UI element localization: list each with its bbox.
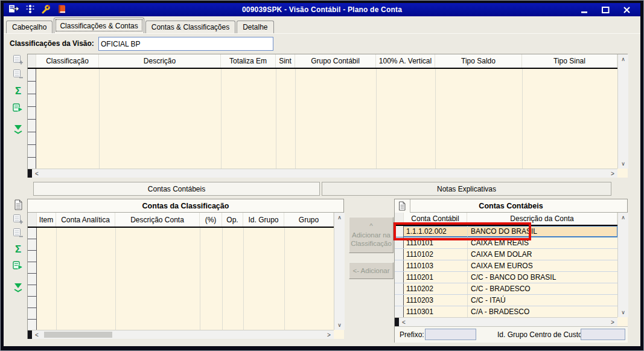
col-totaliza-em[interactable]: Totaliza Em: [221, 54, 276, 68]
tab-detalhe[interactable]: Detalhe: [237, 21, 273, 33]
table-row[interactable]: 1110103 CAIXA EM EUROS: [395, 260, 617, 272]
go-last-icon[interactable]: [12, 123, 24, 135]
column-divider: [99, 69, 100, 169]
row-selector[interactable]: [395, 295, 404, 306]
traffic-light-icon[interactable]: [25, 4, 35, 16]
scroll-left-icon[interactable]: <: [32, 330, 42, 339]
group-cost-center-input[interactable]: [581, 329, 625, 340]
add-row-icon[interactable]: [12, 54, 24, 66]
col-grupo-contabil[interactable]: Grupo Contábil: [295, 54, 376, 68]
minimize-button[interactable]: [581, 7, 588, 13]
scroll-up-icon[interactable]: ∧: [334, 213, 345, 222]
table-row-selected[interactable]: 1.1.1.02.002 BANCO DO BRASIL: [395, 226, 617, 237]
scroll-right-icon[interactable]: >: [324, 330, 334, 339]
row-selector[interactable]: [395, 306, 404, 317]
add-button[interactable]: <- Adicionar: [349, 262, 394, 279]
sum-icon[interactable]: Σ: [12, 85, 24, 97]
scroll-track[interactable]: [409, 318, 608, 326]
col-item[interactable]: Item: [37, 213, 56, 227]
tab-cabecalho[interactable]: Cabeçalho: [6, 21, 53, 33]
scroll-down-icon[interactable]: ∨: [618, 159, 628, 169]
horizontal-scrollbar[interactable]: < >: [28, 330, 334, 339]
scroll-left-icon[interactable]: <: [399, 318, 409, 326]
scroll-down-icon[interactable]: ∨: [618, 308, 628, 317]
right-grid-body[interactable]: 1.1.1.02.002 BANCO DO BRASIL 1110101 CAI…: [395, 226, 617, 317]
delete-row-icon[interactable]: [12, 227, 24, 239]
col-op[interactable]: Op.: [222, 213, 243, 227]
tab-contas-classificacoes[interactable]: Contas & Classificações: [145, 21, 235, 33]
scroll-left-icon[interactable]: <: [32, 169, 42, 178]
row-selector[interactable]: [395, 260, 404, 271]
col-id-grupo[interactable]: Id. Grupo: [243, 213, 284, 227]
col-grupo[interactable]: Grupo: [284, 213, 334, 227]
maximize-button[interactable]: [602, 7, 610, 13]
row-selector[interactable]: [395, 237, 404, 248]
grid-sizer[interactable]: [28, 330, 32, 339]
col-tipo-saldo[interactable]: Tipo Saldo: [435, 54, 522, 68]
row-selector[interactable]: [395, 283, 404, 294]
col-classificacao[interactable]: Classificação: [36, 54, 99, 68]
col-descricao-conta[interactable]: Descrição Conta: [115, 213, 200, 227]
cell-conta: 1110201: [404, 272, 467, 283]
tab-label: Contas Contábeis: [148, 185, 205, 193]
scroll-right-icon[interactable]: >: [608, 318, 617, 326]
row-selector[interactable]: [395, 272, 404, 283]
cell-descricao: C/A - BRADESCO: [467, 306, 617, 317]
sum-icon[interactable]: Σ: [12, 243, 24, 255]
grid-sizer[interactable]: [28, 169, 32, 178]
scroll-track[interactable]: [42, 330, 324, 339]
delete-row-icon[interactable]: [12, 68, 24, 80]
exit-icon[interactable]: [8, 4, 19, 15]
vertical-scrollbar[interactable]: ∧ ∨: [617, 213, 628, 317]
col-conta-contabil[interactable]: Conta Contábil: [404, 213, 467, 225]
prefix-input[interactable]: [425, 329, 476, 340]
scroll-track[interactable]: [42, 169, 608, 178]
tab-label: Contas & Classificações: [151, 23, 229, 31]
scroll-thumb[interactable]: [44, 332, 112, 338]
table-row[interactable]: 1110202 C/C - BRADESCO: [395, 283, 617, 295]
table-row[interactable]: 1110201 C/C - BANCO DO BRASIL: [395, 272, 617, 283]
scroll-right-icon[interactable]: >: [608, 169, 617, 178]
scroll-down-icon[interactable]: ∨: [334, 320, 345, 330]
tab-classificacoes-contas[interactable]: Classificações & Contas: [54, 18, 144, 33]
document-icon[interactable]: [12, 199, 24, 211]
cell-conta: 1110101: [404, 237, 467, 248]
add-row-icon[interactable]: [12, 213, 24, 225]
col-conta-analitica[interactable]: Conta Analítica: [56, 213, 115, 227]
tab-label: Classificações & Contas: [60, 22, 138, 30]
horizontal-scrollbar[interactable]: < >: [395, 317, 617, 326]
tab-contas-contabeis[interactable]: Contas Contábeis: [33, 182, 320, 196]
table-row[interactable]: 1110102 CAIXA EM DOLAR: [395, 249, 617, 260]
go-last-icon[interactable]: [12, 281, 24, 293]
prefix-label: Prefixo:: [400, 330, 424, 339]
col-sint[interactable]: Sint: [276, 54, 295, 68]
close-button[interactable]: [623, 7, 631, 13]
execute-icon[interactable]: [12, 260, 24, 272]
row-selector[interactable]: [395, 226, 404, 237]
grid-sizer[interactable]: [395, 318, 399, 326]
scroll-up-icon[interactable]: ∧: [618, 213, 628, 222]
add-to-classification-button[interactable]: ^ Adicionar na Classificação: [349, 217, 394, 253]
col-tipo-sinal[interactable]: Tipo Sinal: [522, 54, 617, 68]
vertical-scrollbar[interactable]: ∧ ∨: [617, 54, 628, 169]
col-percent[interactable]: (%): [200, 213, 222, 227]
col-descricao-da-conta[interactable]: Descrição da Conta: [467, 213, 617, 225]
vision-input[interactable]: [98, 37, 273, 51]
row-selector[interactable]: [395, 249, 404, 260]
left-grid-body[interactable]: [28, 228, 334, 330]
titlebar: 009039SPK - Visão Contábil - Plano de Co…: [4, 3, 640, 16]
horizontal-scrollbar[interactable]: < >: [28, 169, 617, 178]
document-icon[interactable]: [395, 199, 410, 213]
col-av-vertical[interactable]: 100% A. Vertical: [376, 54, 435, 68]
classification-grid-body[interactable]: [28, 69, 617, 169]
scroll-up-icon[interactable]: ∧: [618, 54, 628, 64]
table-row[interactable]: 1110301 C/A - BRADESCO: [395, 306, 617, 317]
table-row[interactable]: 1110101 CAIXA EM REAIS: [395, 237, 617, 249]
execute-icon[interactable]: [12, 102, 24, 114]
book-icon[interactable]: [57, 4, 66, 16]
wrench-icon[interactable]: [41, 4, 51, 16]
col-descricao[interactable]: Descrição: [99, 54, 221, 68]
table-row[interactable]: 1110203 C/C - ITAÚ: [395, 295, 617, 306]
tab-notas-explicativas[interactable]: Notas Explicativas: [322, 182, 611, 196]
vertical-scrollbar[interactable]: ∧ ∨: [334, 213, 345, 330]
